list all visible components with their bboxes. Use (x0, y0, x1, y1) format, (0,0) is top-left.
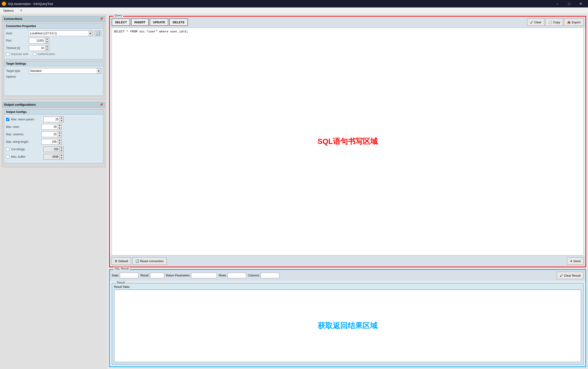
output-configs-title: Output Configs. (6, 110, 27, 113)
query-section-label: Query (114, 14, 123, 17)
cut-strings-arrows: ▲ ▼ (60, 146, 64, 152)
max-return-param-up[interactable]: ▲ (60, 117, 63, 119)
result-table-label: Result Table: (112, 283, 583, 289)
options-row: Options: (6, 75, 101, 78)
reset-connection-button[interactable]: 🔄 Reset connection (132, 257, 167, 265)
minimize-button[interactable]: – (552, 0, 563, 8)
result-label: Result: (140, 274, 149, 277)
timeout-down-arrow[interactable]: ▼ (45, 48, 49, 51)
title-bar-controls: – □ ✕ (552, 0, 586, 8)
connection-properties-subsection: Connection Properties Host: LocalHost (1… (4, 24, 103, 59)
output-configurations-pin-icon: 📌 (100, 103, 103, 106)
timeout-row: Timeout [s]: ▲ ▼ (6, 45, 101, 51)
timeout-input[interactable] (29, 45, 45, 51)
clear-result-button[interactable]: 🖊 Clear Result (557, 272, 584, 279)
max-return-param-checkbox[interactable] (6, 118, 9, 121)
max-buffer-checkbox[interactable] (6, 155, 9, 158)
timeout-label: Timeout [s]: (6, 46, 27, 50)
rows-label: Rows: (219, 274, 226, 277)
export-button[interactable]: 📤 Export (564, 19, 584, 26)
port-up-arrow[interactable]: ▲ (45, 38, 49, 41)
max-rows-input[interactable] (41, 124, 58, 130)
timeout-up-arrow[interactable]: ▲ (45, 45, 49, 48)
result-inner-label: Result (116, 281, 126, 284)
rows-group: Rows: (219, 273, 246, 278)
clear-button[interactable]: 🖊 Clear (527, 19, 544, 26)
max-return-param-down[interactable]: ▼ (60, 119, 63, 122)
clear-result-label: Clear Result (564, 274, 580, 277)
state-input[interactable] (120, 273, 139, 278)
update-button[interactable]: UPDATE (150, 19, 168, 26)
max-buffer-down[interactable]: ▼ (60, 157, 63, 160)
cut-strings-checkbox[interactable] (6, 148, 9, 151)
authentication-checkbox[interactable] (33, 52, 36, 56)
timeout-spinbox: ▲ ▼ (29, 45, 49, 51)
separate-auth-row: Separate auth. (6, 52, 29, 56)
connections-section: Connections 📌 Connection Properties Host… (2, 16, 105, 100)
send-button[interactable]: ✈ Send (567, 257, 584, 265)
host-select[interactable]: LocalHost (127.0.0.1) (29, 31, 93, 36)
max-buffer-up[interactable]: ▲ (60, 154, 63, 157)
query-textarea[interactable]: SELECT * FROM scc."user" where user_id=2… (112, 28, 584, 256)
max-buffer-arrows: ▲ ▼ (60, 154, 64, 160)
max-string-length-up[interactable]: ▲ (58, 139, 61, 142)
connection-properties-header: Connection Properties (4, 24, 103, 29)
return-parameters-input[interactable] (191, 273, 217, 278)
connections-header: Connections 📌 (2, 16, 105, 22)
state-group: State: (112, 273, 139, 278)
separate-auth-checkbox[interactable] (6, 52, 9, 56)
max-columns-up[interactable]: ▲ (58, 132, 61, 134)
delete-button[interactable]: DELETE (169, 19, 188, 26)
query-footer: ⚙ Default 🔄 Reset connection ✈ Send (110, 256, 585, 266)
result-table-area: 获取返回结果区域 (114, 289, 581, 362)
max-return-param-arrows: ▲ ▼ (60, 116, 64, 123)
output-configs-subsection: Output Configs. Max. return param: ▲ ▼ (4, 109, 103, 163)
select-button[interactable]: SELECT (112, 19, 130, 26)
maximize-button[interactable]: □ (564, 0, 575, 8)
options-label: Options: (6, 75, 27, 78)
sql-result-label: SQL Result (114, 267, 130, 270)
port-input[interactable] (29, 38, 45, 43)
max-return-param-input[interactable] (43, 117, 60, 122)
right-panel: Query SELECT INSERT UPDATE DELETE 🖊 Clea… (107, 14, 588, 369)
rows-input[interactable] (228, 273, 246, 278)
close-button[interactable]: ✕ (575, 0, 586, 8)
host-refresh-button[interactable]: 🔄 (95, 31, 101, 36)
help-menu[interactable]: ? (19, 8, 23, 13)
max-rows-up[interactable]: ▲ (58, 124, 61, 127)
max-columns-input[interactable] (41, 132, 58, 137)
cut-strings-input[interactable] (43, 146, 60, 152)
max-string-length-down[interactable]: ▼ (58, 142, 61, 145)
query-buttons-right: 🖊 Clear 📋 Copy 📤 Export (527, 19, 584, 26)
max-string-length-input[interactable] (41, 139, 58, 145)
target-type-select[interactable]: Standard (29, 68, 101, 74)
cut-strings-spinbox: ▲ ▼ (43, 146, 64, 152)
max-rows-spinbox: ▲ ▼ (41, 124, 62, 130)
copy-label: Copy (553, 20, 560, 24)
connection-properties-title: Connection Properties (6, 24, 36, 28)
output-configs-body: Max. return param: ▲ ▼ Max. rows: (4, 114, 103, 163)
host-row: Host: LocalHost (127.0.0.1) ▼ 🔄 (6, 31, 101, 36)
result-watermark: 获取返回结果区域 (318, 321, 378, 331)
max-columns-down[interactable]: ▼ (58, 134, 61, 137)
target-type-select-wrapper: Standard ▼ (29, 68, 101, 74)
default-button[interactable]: ⚙ Default (112, 257, 131, 265)
port-down-arrow[interactable]: ▼ (45, 41, 49, 43)
max-return-param-row: Max. return param: ▲ ▼ (6, 116, 101, 123)
options-menu[interactable]: Options (2, 8, 15, 13)
result-input[interactable] (150, 273, 164, 278)
left-panel: Connections 📌 Connection Properties Host… (0, 14, 107, 369)
host-label: Host: (6, 32, 27, 35)
copy-button[interactable]: 📋 Copy (545, 19, 563, 26)
port-row: Port: ▲ ▼ (6, 38, 101, 44)
title-bar: SQL4automation - S4AQueryTool – □ ✕ (0, 0, 588, 8)
default-label: Default (119, 259, 128, 263)
max-rows-down[interactable]: ▼ (58, 127, 61, 130)
export-icon: 📤 (567, 20, 571, 24)
cut-strings-down[interactable]: ▼ (60, 149, 63, 152)
port-spinbox-arrows: ▲ ▼ (45, 38, 49, 44)
max-buffer-input[interactable] (43, 154, 60, 160)
columns-input[interactable] (261, 273, 279, 278)
cut-strings-up[interactable]: ▲ (60, 146, 63, 149)
insert-button[interactable]: INSERT (131, 19, 149, 26)
